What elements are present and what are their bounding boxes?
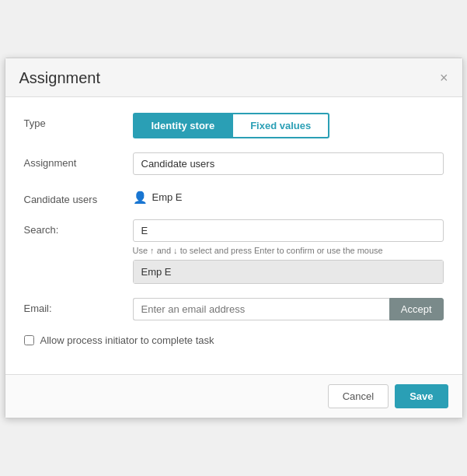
- candidate-users-label: Candidate users: [24, 189, 133, 205]
- search-control: Use ↑ and ↓ to select and press Enter to…: [133, 219, 444, 284]
- save-button[interactable]: Save: [395, 384, 448, 408]
- type-row: Type Identity store Fixed values: [24, 113, 444, 138]
- identity-store-button[interactable]: Identity store: [133, 113, 232, 138]
- allow-initiator-label[interactable]: Allow process initiator to complete task: [40, 334, 214, 346]
- search-dropdown: Emp E: [133, 260, 444, 284]
- search-row: Search: Use ↑ and ↓ to select and press …: [24, 219, 444, 284]
- assignment-modal: Assignment × Type Identity store Fixed v…: [5, 58, 463, 418]
- email-label: Email:: [24, 298, 133, 314]
- search-hint: Use ↑ and ↓ to select and press Enter to…: [133, 245, 444, 257]
- allow-initiator-checkbox[interactable]: [24, 335, 34, 345]
- candidate-user-name: Emp E: [152, 191, 183, 203]
- close-button[interactable]: ×: [440, 71, 448, 85]
- assignment-label: Assignment: [24, 152, 133, 169]
- search-input[interactable]: [133, 219, 444, 242]
- search-label: Search:: [24, 219, 133, 236]
- type-label: Type: [24, 113, 133, 129]
- email-input[interactable]: [133, 298, 389, 320]
- modal-title: Assignment: [19, 69, 101, 87]
- search-dropdown-item[interactable]: Emp E: [134, 261, 443, 283]
- email-row: Email: Accept: [24, 298, 444, 320]
- candidate-user-item: 👤 Emp E: [133, 191, 444, 205]
- email-control: Accept: [133, 298, 444, 320]
- candidate-users-control: 👤 Emp E: [133, 189, 444, 205]
- type-controls: Identity store Fixed values: [133, 113, 444, 138]
- modal-footer: Cancel Save: [5, 374, 462, 418]
- modal-body: Type Identity store Fixed values Assignm…: [5, 97, 462, 374]
- fixed-values-button[interactable]: Fixed values: [232, 113, 329, 138]
- email-input-group: Accept: [133, 298, 444, 320]
- user-icon: 👤: [133, 191, 148, 205]
- accept-button[interactable]: Accept: [389, 298, 444, 320]
- candidate-users-row: Candidate users 👤 Emp E: [24, 189, 444, 205]
- assignment-row: Assignment: [24, 152, 444, 175]
- assignment-input[interactable]: [133, 152, 444, 175]
- assignment-control: [133, 152, 444, 175]
- checkbox-row: Allow process initiator to complete task: [24, 334, 444, 346]
- modal-header: Assignment ×: [5, 58, 462, 97]
- cancel-button[interactable]: Cancel: [328, 384, 389, 408]
